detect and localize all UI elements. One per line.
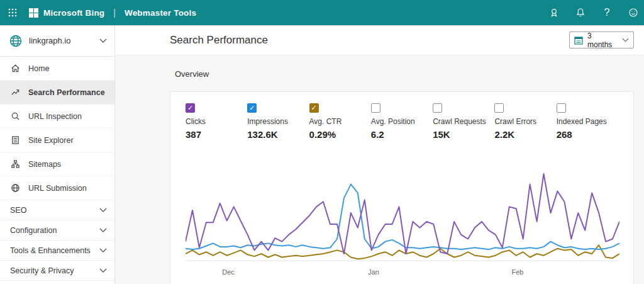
x-axis-label: Dec (222, 268, 235, 276)
metric-impressions: ✓ Impressions 132.6K (247, 103, 309, 140)
metric-label: Crawl Requests (433, 117, 494, 126)
notifications-bell-icon[interactable] (571, 3, 590, 22)
brand-name: Microsoft Bing (43, 8, 104, 18)
sidebar-item-label: URL Submission (28, 184, 87, 193)
sidebar-group-label: SEO (10, 206, 26, 215)
metric-avg-ctr: ✓ Avg. CTR 0.29% (309, 103, 371, 140)
avg-ctr-checkbox[interactable]: ✓ (309, 103, 319, 113)
sidebar-group-label: Configuration (10, 226, 57, 235)
chevron-down-icon (622, 38, 629, 42)
sidebar-item-home[interactable]: Home (0, 57, 114, 81)
document-icon (10, 135, 20, 145)
waffle-menu-icon[interactable] (0, 0, 25, 25)
metric-clicks: ✓ Clicks 387 (186, 103, 247, 140)
clicks-line (186, 174, 619, 254)
home-icon (10, 64, 20, 74)
award-icon[interactable] (545, 3, 564, 22)
metric-crawl-errors: Crawl Errors 2.2K (494, 103, 556, 140)
product-name: Webmaster Tools (125, 8, 196, 18)
top-app-bar: Microsoft Bing | Webmaster Tools ? (0, 0, 644, 25)
metric-label: Indexed Pages (557, 117, 618, 126)
metric-value: 0.29% (309, 129, 371, 140)
metric-value: 387 (186, 129, 247, 140)
sidebar-group-tools-enhancements[interactable]: Tools & Enhancements (0, 241, 114, 261)
metric-value: 268 (557, 129, 618, 140)
sidebar-item-label: Home (28, 64, 49, 73)
period-selector-value: 3 months (587, 31, 618, 49)
sidebar-item-sitemaps[interactable]: Sitemaps (0, 152, 114, 176)
sidebar-group-configuration[interactable]: Configuration (0, 220, 114, 241)
sitemap-icon (10, 159, 20, 169)
metric-indexed-pages: Indexed Pages 268 (557, 103, 618, 140)
metric-toggle-row: ✓ Clicks 387 ✓ Impressions 132.6K ✓ Avg.… (186, 103, 618, 140)
chevron-down-icon (99, 268, 107, 273)
metric-avg-position: Avg. Position 6.2 (371, 103, 433, 140)
sidebar-group-label: Security & Privacy (10, 266, 74, 275)
sidebar-item-site-explorer[interactable]: Site Explorer (0, 128, 114, 152)
performance-chart: DecJanFeb (186, 155, 618, 281)
sidebar-group-security-privacy[interactable]: Security & Privacy (0, 261, 114, 281)
page-header: Search Performance 3 months (115, 25, 644, 55)
page-title: Search Performance (170, 34, 268, 47)
crawl-errors-checkbox[interactable] (494, 103, 504, 113)
sidebar-group-seo[interactable]: SEO (0, 200, 114, 220)
x-axis-label: Feb (512, 268, 524, 276)
sidebar-item-url-submission[interactable]: URL Submission (0, 176, 114, 200)
performance-card: ✓ Clicks 387 ✓ Impressions 132.6K ✓ Avg.… (170, 91, 634, 284)
chevron-down-icon (99, 248, 107, 253)
tab-overview[interactable]: Overview (175, 69, 634, 79)
globe-icon (10, 183, 20, 193)
sidebar-group-label: Tools & Enhancements (10, 246, 91, 255)
metric-label: Impressions (247, 117, 309, 126)
metric-value: 2.2K (494, 129, 556, 140)
clicks-checkbox[interactable]: ✓ (186, 103, 195, 113)
microsoft-logo-icon (29, 8, 38, 18)
site-globe-icon (9, 34, 23, 48)
chart-canvas: DecJanFeb (186, 155, 619, 281)
chevron-down-icon (99, 38, 107, 43)
help-icon[interactable]: ? (597, 3, 616, 22)
brand-lockup[interactable]: Microsoft Bing | Webmaster Tools (29, 8, 196, 18)
avg-position-checkbox[interactable] (371, 103, 380, 113)
sidebar-item-label: Site Explorer (28, 136, 74, 145)
sidebar-item-label: Sitemaps (28, 160, 61, 169)
crawl-requests-checkbox[interactable] (433, 103, 442, 113)
metric-label: Avg. Position (371, 117, 433, 126)
sidebar-item-label: Search Performance (28, 88, 105, 97)
sidebar-item-label: URL Inspection (28, 112, 82, 121)
site-name: linkgraph.io (29, 36, 71, 45)
avg-ctr-line (186, 245, 619, 259)
chevron-down-icon (99, 228, 107, 232)
metric-crawl-requests: Crawl Requests 15K (433, 103, 494, 140)
metric-value: 15K (433, 129, 494, 140)
search-icon (10, 111, 20, 122)
chevron-down-icon (99, 208, 107, 212)
period-selector-dropdown[interactable]: 3 months (569, 31, 634, 48)
site-selector[interactable]: linkgraph.io (0, 25, 114, 57)
metric-label: Clicks (186, 117, 247, 126)
metric-value: 132.6K (247, 129, 309, 140)
x-axis-label: Jan (368, 268, 379, 276)
sidebar-item-search-performance[interactable]: Search Performance (0, 81, 114, 105)
impressions-checkbox[interactable]: ✓ (247, 103, 257, 113)
indexed-pages-checkbox[interactable] (557, 103, 566, 113)
feedback-smiley-icon[interactable] (624, 3, 643, 22)
metric-label: Crawl Errors (494, 117, 556, 126)
metric-label: Avg. CTR (309, 117, 371, 126)
main-content: Search Performance 3 months Overview ✓ C… (115, 25, 644, 284)
impressions-line (186, 185, 619, 250)
sidebar: linkgraph.io Home Search Performance URL… (0, 25, 115, 284)
trend-icon (10, 88, 20, 98)
metric-value: 6.2 (371, 129, 433, 140)
sidebar-item-url-inspection[interactable]: URL Inspection (0, 105, 114, 128)
calendar-icon (574, 36, 583, 45)
brand-separator: | (109, 8, 119, 18)
